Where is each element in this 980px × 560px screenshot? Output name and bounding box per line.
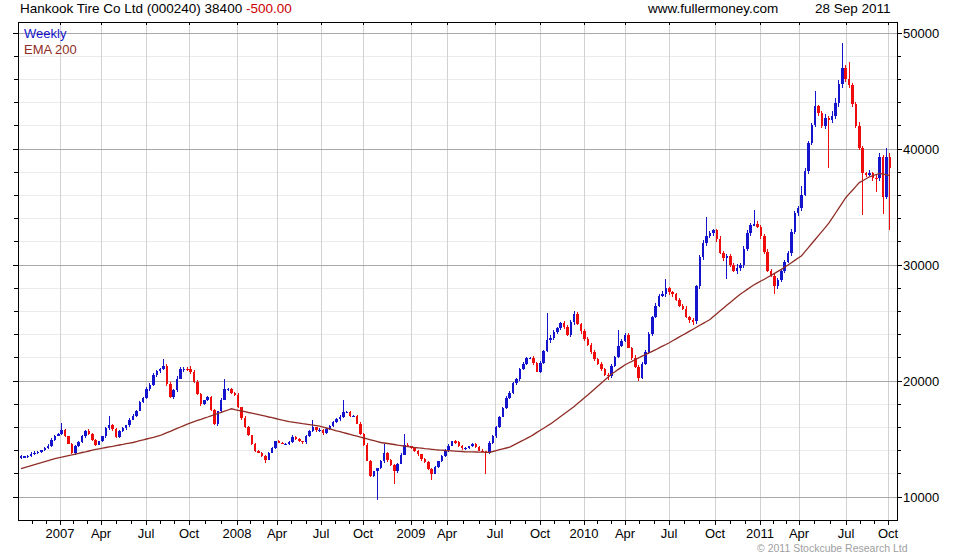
price-chart <box>0 0 980 560</box>
x-tick-label-3-Oct: Oct <box>167 526 211 541</box>
chart-page: Hankook Tire Co Ltd (000240) 38400 -500.… <box>0 0 980 560</box>
grid-layer <box>18 22 897 520</box>
x-tick-label-2-Jul: Jul <box>124 526 168 541</box>
y-tick-label-10000: 10000 <box>903 490 973 505</box>
x-tick-label-10-Jul: Jul <box>473 526 517 541</box>
x-tick-label-7-Oct: Oct <box>341 526 385 541</box>
legend-weekly: Weekly <box>24 26 77 42</box>
x-tick-label-12-2010: 2010 <box>562 526 606 541</box>
x-tick-label-1-Apr: Apr <box>79 526 123 541</box>
x-tick-label-19-Oct: Oct <box>866 526 910 541</box>
legend-ema200: EMA 200 <box>24 42 77 58</box>
y-tick-label-30000: 30000 <box>903 258 973 273</box>
x-tick-label-17-Apr: Apr <box>777 526 821 541</box>
x-tick-label-14-Jul: Jul <box>647 526 691 541</box>
x-tick-label-0-2007: 2007 <box>38 526 82 541</box>
x-tick-label-4-2008: 2008 <box>215 526 259 541</box>
chart-legend: Weekly EMA 200 <box>24 26 77 58</box>
y-tick-label-20000: 20000 <box>903 374 973 389</box>
axis-frame <box>18 22 897 520</box>
x-tick-label-5-Apr: Apr <box>255 526 299 541</box>
y-tick-label-40000: 40000 <box>903 142 973 157</box>
x-tick-label-13-Apr: Apr <box>603 526 647 541</box>
x-tick-label-6-Jul: Jul <box>299 526 343 541</box>
x-tick-label-9-Apr: Apr <box>425 526 469 541</box>
x-tick-label-18-Jul: Jul <box>824 526 868 541</box>
copyright-notice: © 2011 Stockcube Research Ltd <box>757 542 897 554</box>
x-tick-label-16-2011: 2011 <box>738 526 782 541</box>
x-tick-label-15-Oct: Oct <box>693 526 737 541</box>
x-tick-label-11-Oct: Oct <box>518 526 562 541</box>
y-tick-label-50000: 50000 <box>903 26 973 41</box>
